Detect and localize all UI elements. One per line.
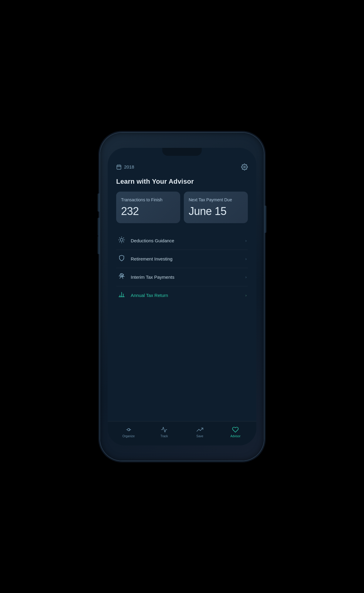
advisor-icon <box>232 426 239 433</box>
bottom-nav: Organize Track Save <box>108 421 256 445</box>
transactions-label: Transactions to Finish <box>121 197 175 203</box>
tax-payment-value: June 15 <box>189 205 243 218</box>
deductions-label: Deductions Guidance <box>131 238 241 243</box>
deductions-chevron: › <box>245 238 247 243</box>
menu-item-deductions[interactable]: Deductions Guidance › <box>116 232 248 250</box>
transactions-value: 232 <box>121 205 175 218</box>
annual-label: Annual Tax Return <box>131 293 241 298</box>
shield-icon <box>117 255 126 263</box>
menu-item-retirement[interactable]: Retirement Investing › <box>116 250 248 268</box>
advisor-nav-label: Advisor <box>231 435 241 438</box>
save-icon <box>197 426 203 433</box>
phone-device: 2018 Learn with Your Advisor Transaction… <box>100 133 264 461</box>
svg-rect-0 <box>117 165 121 169</box>
stats-cards-row: Transactions to Finish 232 Next Tax Paym… <box>116 192 248 223</box>
top-bar: 2018 <box>108 160 256 173</box>
transactions-card[interactable]: Transactions to Finish 232 <box>116 192 180 223</box>
chart-bars-icon <box>117 291 126 299</box>
annual-chevron: › <box>245 293 247 298</box>
nav-advisor[interactable]: Advisor <box>226 426 244 438</box>
svg-line-12 <box>120 242 120 242</box>
organize-icon <box>125 426 132 433</box>
track-icon <box>161 426 167 433</box>
organize-nav-label: Organize <box>122 435 135 438</box>
phone-screen: 2018 Learn with Your Advisor Transaction… <box>108 148 256 445</box>
svg-line-8 <box>120 238 120 238</box>
menu-list: Deductions Guidance › Retirement Investi… <box>116 232 248 304</box>
calendar-icon <box>116 164 122 170</box>
menu-item-annual[interactable]: Annual Tax Return › <box>116 286 248 304</box>
retirement-chevron: › <box>245 257 247 261</box>
phone-notch <box>162 148 202 156</box>
medal-icon <box>117 273 126 281</box>
screen-content: 2018 Learn with Your Advisor Transaction… <box>108 148 256 445</box>
year-section[interactable]: 2018 <box>116 164 134 170</box>
svg-point-5 <box>120 238 123 241</box>
nav-organize[interactable]: Organize <box>120 426 138 438</box>
interim-chevron: › <box>245 275 247 279</box>
interim-label: Interim Tax Payments <box>131 274 241 280</box>
tax-payment-card[interactable]: Next Tax Payment Due June 15 <box>184 192 248 223</box>
settings-icon[interactable] <box>241 164 248 170</box>
retirement-label: Retirement Investing <box>131 256 241 261</box>
page-title: Learn with Your Advisor <box>116 178 248 186</box>
tax-payment-label: Next Tax Payment Due <box>189 197 243 203</box>
sun-icon <box>117 237 126 245</box>
svg-line-13 <box>123 238 124 238</box>
track-nav-label: Track <box>160 435 168 438</box>
nav-track[interactable]: Track <box>155 426 173 438</box>
svg-point-4 <box>244 166 245 168</box>
menu-item-interim[interactable]: Interim Tax Payments › <box>116 268 248 286</box>
save-nav-label: Save <box>196 435 203 438</box>
year-label: 2018 <box>124 164 134 169</box>
svg-line-9 <box>123 242 124 242</box>
main-content: Learn with Your Advisor Transactions to … <box>108 173 256 421</box>
nav-save[interactable]: Save <box>191 426 209 438</box>
